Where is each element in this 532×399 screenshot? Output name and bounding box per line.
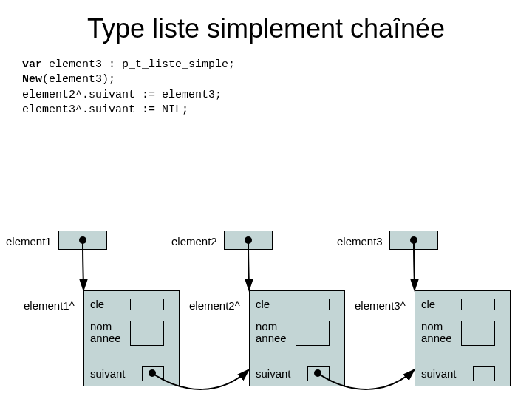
node3-suivant-label: suivant <box>421 368 457 381</box>
node1-nomannee-box <box>130 321 164 346</box>
ptr3-label: element3 <box>337 235 383 248</box>
deref1-label: element1^ <box>24 299 75 312</box>
node1-cle-box <box>130 299 164 310</box>
ptr2-dot <box>245 236 252 244</box>
node1-annee-label: annee <box>90 332 121 345</box>
deref2-label: element2^ <box>189 299 240 312</box>
code-l3: element2^.suivant := element3; <box>22 89 222 101</box>
deref3-label: element3^ <box>355 299 406 312</box>
code-l1: element3 : p_t_liste_simple; <box>42 58 235 71</box>
node3-cle-box <box>461 299 495 310</box>
node1-suivant-dot <box>149 369 156 377</box>
ptr3-dot <box>410 236 417 244</box>
code-l4: element3^.suivant := NIL; <box>22 103 188 116</box>
node2-cle-box <box>296 299 330 310</box>
node3-annee-label: annee <box>421 332 452 345</box>
ptr1-label: element1 <box>6 235 52 248</box>
node2: cle nom annee suivant <box>249 290 345 386</box>
node3-suivant-box <box>473 366 495 381</box>
ptr1-dot <box>79 236 86 244</box>
ptr2-label: element2 <box>171 235 217 248</box>
node2-suivant-label: suivant <box>256 368 291 381</box>
node2-suivant-dot <box>314 369 321 377</box>
kw-var: var <box>22 58 42 71</box>
code-l2: (element3); <box>42 73 115 86</box>
node1-suivant-label: suivant <box>90 368 126 381</box>
node3: cle nom annee suivant <box>415 290 511 386</box>
node2-cle-label: cle <box>256 299 270 311</box>
node1: cle nom annee suivant <box>83 290 180 386</box>
code-block: var element3 : p_t_liste_simple; New(ele… <box>22 58 235 117</box>
node3-nomannee-box <box>461 321 495 346</box>
node1-cle-label: cle <box>90 299 104 311</box>
slide-title: Type liste simplement chaînée <box>0 13 532 44</box>
node3-cle-label: cle <box>421 299 435 311</box>
kw-new: New <box>22 73 42 86</box>
node2-annee-label: annee <box>256 332 287 345</box>
node2-nomannee-box <box>296 321 330 346</box>
